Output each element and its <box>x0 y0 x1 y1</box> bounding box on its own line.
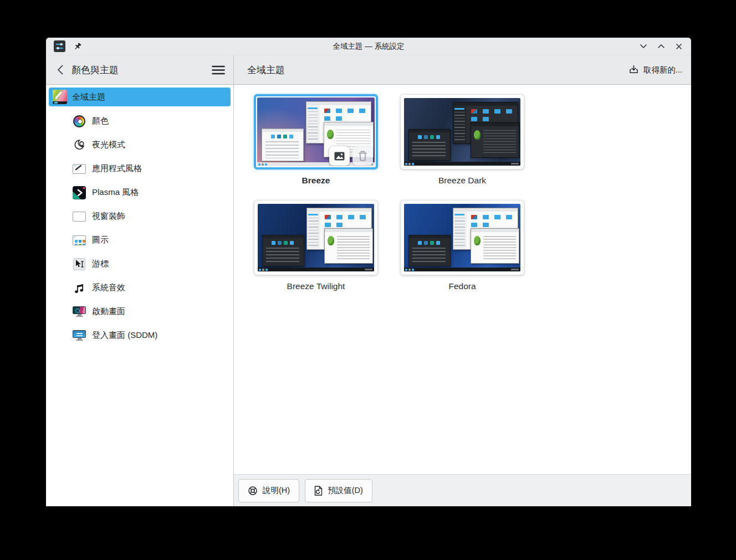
theme-name: Breeze Twilight <box>254 281 378 291</box>
footer: 說明(H) 預設值(D) <box>234 474 691 506</box>
system-sounds-icon <box>73 281 86 295</box>
sidebar: 全域主題 顏色 夜光模式 應用程式風格 <box>46 85 234 506</box>
theme-item-fedora[interactable]: Fedora <box>400 200 524 291</box>
lifebuoy-icon <box>248 486 258 496</box>
plasma-style-icon <box>73 186 86 199</box>
sidebar-item-global-theme[interactable]: 全域主題 <box>49 88 231 106</box>
systemsettings-sliders-icon[interactable] <box>54 40 65 52</box>
sidebar-item-label: 夜光模式 <box>92 140 125 150</box>
reset-document-icon <box>314 486 323 496</box>
sidebar-item-label: 視窗裝飾 <box>92 211 125 222</box>
defaults-button[interactable]: 預設值(D) <box>305 479 372 502</box>
sidebar-item-icons[interactable]: 圖示 <box>46 228 233 252</box>
titlebar: 全域主題 — 系統設定 <box>46 38 691 55</box>
global-theme-icon <box>53 90 67 104</box>
sidebar-item-window-decorations[interactable]: 視窗裝飾 <box>46 204 233 228</box>
window-title: 全域主題 — 系統設定 <box>46 42 691 52</box>
window-decoration-icon <box>73 210 86 223</box>
back-button[interactable] <box>54 64 66 76</box>
hamburger-menu-icon[interactable] <box>211 64 226 76</box>
theme-thumbnail <box>404 98 520 166</box>
sidebar-item-label: 圖示 <box>92 235 109 245</box>
content: Breeze Breeze Dark <box>234 85 691 506</box>
close-button[interactable] <box>674 42 683 51</box>
theme-thumbnail <box>257 97 375 166</box>
theme-name: Fedora <box>400 281 524 291</box>
pin-icon[interactable] <box>73 42 83 52</box>
theme-thumbnail <box>404 204 520 271</box>
splash-screen-icon <box>73 305 86 318</box>
sidebar-item-label: 顏色 <box>92 116 109 126</box>
sidebar-item-label: 全域主題 <box>72 92 105 102</box>
help-button[interactable]: 說明(H) <box>238 479 299 502</box>
help-label: 說明(H) <box>263 485 290 496</box>
night-light-icon <box>73 138 86 152</box>
application-style-icon <box>73 162 86 176</box>
system-settings-window: 全域主題 — 系統設定 顏色與主題 <box>46 38 691 506</box>
sidebar-item-login-screen[interactable]: 登入畫面 (SDDM) <box>46 323 233 347</box>
sidebar-item-label: 登入畫面 (SDDM) <box>92 330 157 341</box>
sidebar-item-label: 游標 <box>92 259 109 269</box>
sidebar-item-system-sounds[interactable]: 系統音效 <box>46 276 233 300</box>
icons-icon <box>73 234 86 247</box>
sidebar-item-plasma-style[interactable]: Plasma 風格 <box>46 181 233 204</box>
defaults-label: 預設值(D) <box>328 485 363 496</box>
theme-item-breeze-dark[interactable]: Breeze Dark <box>400 94 524 186</box>
get-new-label: 取得新的... <box>643 65 682 75</box>
minimize-button[interactable] <box>639 42 648 51</box>
theme-name: Breeze <box>254 176 378 186</box>
theme-thumbnail <box>258 204 374 271</box>
theme-item-breeze-twilight[interactable]: Breeze Twilight <box>254 200 378 291</box>
sidebar-header: 顏色與主題 <box>46 55 234 84</box>
sidebar-item-label: 啟動畫面 <box>92 306 125 317</box>
sidebar-item-label: 應用程式風格 <box>92 163 142 174</box>
page-title: 全域主題 <box>247 64 285 76</box>
sidebar-item-colors[interactable]: 顏色 <box>46 109 233 133</box>
sidebar-item-splash-screen[interactable]: 啟動畫面 <box>46 300 233 323</box>
preview-button[interactable] <box>329 146 350 166</box>
delete-theme-button[interactable] <box>352 146 373 166</box>
sidebar-item-night-light[interactable]: 夜光模式 <box>46 133 233 157</box>
content-header: 全域主題 取得新的... <box>234 55 691 84</box>
get-new-button[interactable]: 取得新的... <box>629 65 682 75</box>
image-icon <box>334 152 345 161</box>
theme-item-breeze[interactable]: Breeze <box>254 94 378 186</box>
theme-name: Breeze Dark <box>400 176 524 186</box>
sidebar-item-application-style[interactable]: 應用程式風格 <box>46 157 233 181</box>
theme-grid: Breeze Breeze Dark <box>234 85 691 474</box>
trash-icon <box>358 151 367 161</box>
cursor-icon <box>73 258 86 271</box>
breadcrumb: 顏色與主題 <box>71 64 119 76</box>
color-wheel-icon <box>73 115 85 127</box>
sidebar-item-label: 系統音效 <box>92 282 125 293</box>
header: 顏色與主題 全域主題 取得新的... <box>46 55 691 85</box>
download-icon <box>629 65 638 75</box>
maximize-button[interactable] <box>657 42 666 51</box>
sidebar-item-cursors[interactable]: 游標 <box>46 252 233 276</box>
login-screen-icon <box>73 329 86 342</box>
sidebar-item-label: Plasma 風格 <box>92 187 139 198</box>
